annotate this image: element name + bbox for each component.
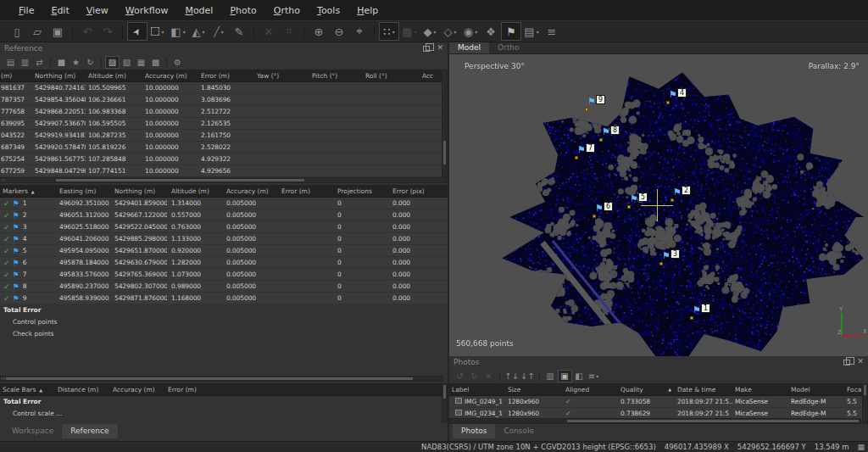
check-icon[interactable]: ✓ (3, 235, 10, 243)
markers-view-icon[interactable]: ⚑▾ (501, 22, 521, 41)
toolbar-button[interactable]: ▾ (253, 25, 254, 38)
toolbar-button[interactable]: ▾ (72, 25, 73, 38)
check-icon[interactable]: ✓ (3, 211, 10, 220)
photos-vertical-scrollbar[interactable] (862, 383, 868, 424)
tab-photos[interactable]: Photos (453, 424, 495, 438)
rotate-object-icon[interactable]: ◭▾ (188, 22, 209, 41)
control-points-row[interactable]: Control points (0, 316, 448, 328)
marker-table-row[interactable]: ✓ ⚑ 8 495890.237000 5429802.307000 0.989… (0, 281, 448, 293)
camera-table-row[interactable]: 639095 5429907.536670 106.595505 10.0000… (0, 118, 448, 130)
menu-item[interactable]: Model (176, 2, 221, 20)
tab-console[interactable]: Console (495, 424, 542, 438)
images-view-icon[interactable]: ▤▾ (521, 22, 542, 41)
view-variance-icon[interactable]: ▩▾ (148, 56, 163, 69)
menu-item[interactable]: Workflow (117, 2, 177, 20)
move-region-icon[interactable]: ◧▾ (168, 22, 188, 41)
cameras-horizontal-scrollbar[interactable] (0, 177, 448, 183)
camera-table-row[interactable]: 043522 5429919.934181 106.287235 10.0000… (0, 130, 448, 142)
view-source-icon[interactable]: ▨▾ (105, 56, 120, 69)
point-cloud-view-icon[interactable]: ∷▾ (379, 22, 399, 41)
tab-workspace[interactable]: Workspace (3, 424, 62, 438)
check-points-row[interactable]: Check points (0, 328, 448, 340)
ruler-icon[interactable]: ╱▾ (209, 22, 229, 41)
model-shaded-icon[interactable]: ◆▾ (420, 22, 440, 41)
view-errors-icon[interactable]: ▦▾ (134, 56, 148, 69)
markers-table-header[interactable]: Markers▲ Easting (m) Northing (m) Altitu… (0, 185, 448, 198)
new-file-icon[interactable]: ▯▾ (7, 22, 27, 41)
dropdown-arrow-icon[interactable]: ▾ (415, 29, 417, 35)
scalebars-vertical-scrollbar[interactable] (442, 383, 448, 422)
camera-view-icon[interactable]: ◉▾ (460, 22, 481, 41)
cameras-table-header[interactable]: (m) Northing (m) Altitude (m) Accuracy (… (0, 70, 448, 82)
tab-model[interactable]: Model (449, 42, 489, 53)
toolbar-button[interactable]: ▾ (374, 25, 375, 38)
camera-table-row[interactable]: 677259 5429848.047298 107.774151 10.0000… (0, 165, 448, 177)
redo-icon[interactable]: ↷▾ (97, 22, 118, 41)
tab-reference[interactable]: Reference (62, 424, 117, 438)
check-icon[interactable]: ✓ (3, 294, 10, 303)
markers-horizontal-scrollbar[interactable] (0, 376, 443, 382)
marker-table-row[interactable]: ✓ ⚑ 9 495858.939000 5429871.876000 1.168… (0, 293, 448, 304)
import-reference-icon[interactable]: ▤▾ (3, 56, 18, 69)
navigation-cursor-icon[interactable]: ➤▾ (127, 22, 147, 41)
dropdown-arrow-icon[interactable]: ▾ (433, 29, 436, 35)
check-icon[interactable]: ✓ (3, 282, 10, 291)
rectangle-selection-icon[interactable]: ▾ (147, 22, 168, 41)
dropdown-arrow-icon[interactable]: ▾ (453, 29, 456, 35)
marker-table-row[interactable]: ✓ ⚑ 3 496025.518000 5429522.045000 0.763… (0, 221, 448, 233)
open-icon[interactable]: ▱▾ (27, 22, 47, 41)
menu-item[interactable]: Edit (42, 2, 77, 20)
menu-item[interactable]: View (78, 2, 117, 20)
crop-icon[interactable]: ⌗▾ (279, 22, 299, 41)
camera-table-row[interactable]: 777658 5429868.220513 106.983368 10.0000… (0, 106, 448, 118)
reference-toolbar-button[interactable]: ▾ (50, 58, 51, 67)
save-icon[interactable]: ▣▾ (47, 22, 68, 41)
reference-toolbar-button[interactable]: ▾ (166, 58, 167, 67)
camera-table-row[interactable]: 981637 5429840.724163 105.509965 10.0000… (0, 82, 448, 94)
sort-ascending-icon[interactable]: ↑↓▾ (504, 370, 520, 382)
zoom-out-icon[interactable]: ⊖▾ (329, 22, 349, 41)
menu-item[interactable]: Tools (309, 2, 348, 20)
camera-table-row[interactable]: 675254 5429861.567753 107.285848 10.0000… (0, 153, 448, 165)
view-estimated-icon[interactable]: ▧▾ (120, 56, 134, 69)
menu-item[interactable]: Help (348, 2, 387, 20)
check-icon[interactable]: ✓ (3, 199, 10, 208)
rotate-right-icon[interactable]: ↻▾ (467, 370, 481, 382)
menu-item[interactable]: Photo (221, 2, 264, 20)
shapes-icon[interactable]: ❖▾ (481, 22, 501, 41)
marker-table-row[interactable]: ✓ ⚑ 1 496092.351000 5429401.859000 1.314… (0, 198, 448, 209)
camera-table-row[interactable]: 687349 5429920.578478 105.819226 10.0000… (0, 142, 448, 153)
delete-icon[interactable]: ✕▾ (259, 22, 279, 41)
photo-table-row[interactable]: IMG_0249_1 1280x960 ✓ 0.733058 2018:09:2… (449, 396, 868, 408)
marker-table-row[interactable]: ✓ ⚑ 2 496051.312000 5429667.122000 0.557… (0, 209, 448, 221)
details-view-icon[interactable]: ≡▾ (587, 370, 601, 382)
cameras-vertical-scrollbar[interactable] (442, 70, 448, 177)
model-viewport[interactable]: Perspective 30° Parallax: 2.9° 560,668 p… (449, 54, 868, 356)
dropdown-arrow-icon[interactable]: ▾ (161, 29, 164, 35)
dropdown-arrow-icon[interactable]: ▾ (202, 29, 204, 35)
scalebars-total-error-row[interactable]: Total Error (0, 396, 41, 408)
reference-settings-icon[interactable]: ⚙▾ (170, 56, 185, 69)
export-reference-icon[interactable]: ▥▾ (18, 56, 32, 69)
marker-table-row[interactable]: ✓ ⚑ 6 495878.184000 5429630.679000 1.282… (0, 257, 448, 269)
optimize-cameras-icon[interactable]: ★▾ (69, 56, 83, 69)
draw-icon[interactable]: ✎▾ (229, 22, 249, 41)
close-pane-icon[interactable]: ✕ (437, 44, 443, 52)
undo-icon[interactable]: ↶▾ (77, 22, 97, 41)
remove-photo-icon[interactable]: ✕▾ (481, 370, 496, 382)
rotate-left-icon[interactable]: ↺▾ (453, 370, 467, 382)
marker-table-row[interactable]: ✓ ⚑ 7 495833.576000 5429765.369000 1.073… (0, 269, 448, 281)
photos-table-header[interactable]: Label Size Aligned Quality▲ Date & time … (449, 383, 868, 396)
convert-icon[interactable]: ⇄▾ (32, 56, 47, 69)
dropdown-arrow-icon[interactable]: ▾ (537, 29, 539, 35)
dropdown-arrow-icon[interactable]: ▾ (221, 29, 224, 35)
float-pane-icon[interactable] (423, 46, 430, 52)
markers-total-error-row[interactable]: Total Error (0, 304, 448, 316)
model-wireframe-icon[interactable]: ◇▾ (440, 22, 460, 41)
photos-horizontal-scrollbar[interactable] (449, 418, 861, 424)
check-icon[interactable]: ✓ (3, 259, 10, 267)
update-transform-icon[interactable]: ↻▾ (83, 56, 97, 69)
zoom-in-icon[interactable]: ⊕▾ (309, 22, 329, 41)
dense-cloud-view-icon[interactable]: ▦▾ (399, 22, 420, 41)
check-icon[interactable]: ✓ (3, 247, 10, 255)
